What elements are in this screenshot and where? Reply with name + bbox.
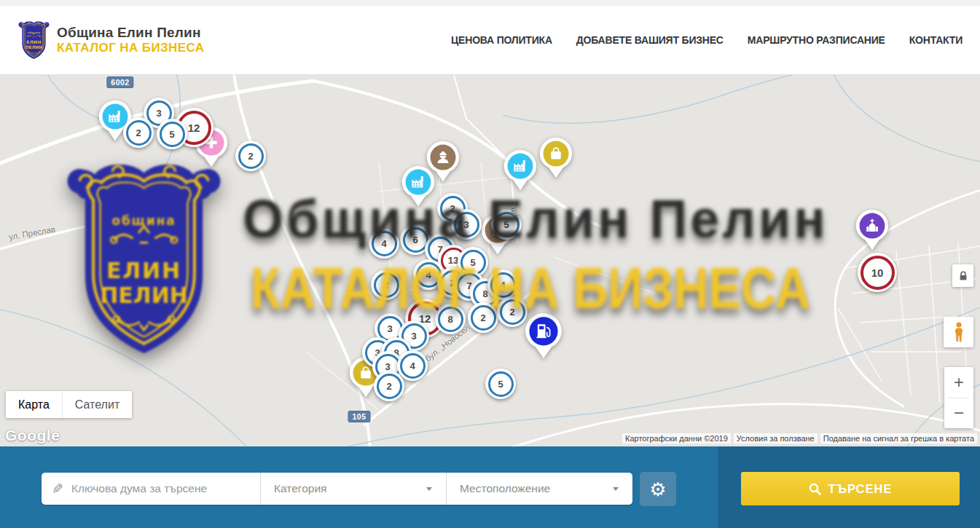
attribution-copyright: Картографски данни ©2019: [622, 433, 731, 444]
church-pin-marker[interactable]: [855, 209, 889, 251]
attribution-report-link[interactable]: Подаване на сигнал за грешка в картата: [820, 433, 977, 444]
pegman-icon: [951, 321, 967, 343]
nav-contacts[interactable]: КОНТАКТИ: [909, 34, 963, 46]
search-fields-group: ✎ Категория Местоположение: [42, 473, 632, 505]
zoom-control: + −: [944, 367, 973, 428]
category-select-label: Категория: [274, 482, 326, 495]
location-select[interactable]: Местоположение: [446, 473, 632, 505]
zoom-in-button[interactable]: +: [944, 367, 973, 398]
chevron-down-icon: [426, 487, 432, 491]
svg-text:ЕЛИН: ЕЛИН: [26, 39, 42, 44]
svg-text:ПЕЛИН: ПЕЛИН: [25, 44, 42, 50]
bag-pin-marker[interactable]: [539, 137, 573, 179]
cluster-marker[interactable]: 4: [397, 350, 428, 381]
cluster-marker[interactable]: 2: [371, 269, 401, 300]
cluster-marker[interactable]: 4: [369, 228, 399, 259]
cluster-marker[interactable]: 3: [451, 209, 482, 240]
cluster-marker[interactable]: 10: [858, 253, 897, 292]
cluster-marker[interactable]: 4: [487, 269, 518, 300]
search-submit-button[interactable]: ТЪРСЕНЕ: [741, 472, 960, 505]
site-header: община ЕЛИН ПЕЛИН Община Елин Пелин КАТА…: [0, 6, 980, 75]
map-type-map-button[interactable]: Карта: [6, 391, 62, 418]
map-attribution: Картографски данни ©2019 Условия за полз…: [622, 433, 977, 444]
main-nav: ЦЕНОВА ПОЛИТИКА ДОБАВЕТЕ ВАШИЯТ БИЗНЕС М…: [451, 34, 963, 46]
municipality-crest-logo: община ЕЛИН ПЕЛИН: [17, 20, 50, 61]
attribution-terms-link[interactable]: Условия за ползване: [734, 433, 818, 444]
cluster-marker[interactable]: 5: [485, 369, 516, 399]
road-number-badge: 6002: [107, 77, 133, 87]
keyword-field: ✎: [42, 473, 260, 505]
chevron-down-icon: [613, 487, 619, 491]
cluster-marker[interactable]: 2: [468, 302, 498, 333]
site-title: Община Елин Пелин: [57, 25, 204, 41]
lock-control[interactable]: [952, 264, 973, 287]
gear-icon: ⚙: [649, 480, 666, 499]
location-select-label: Местоположение: [460, 482, 550, 495]
category-select[interactable]: Категория: [260, 473, 446, 505]
keyword-search-input[interactable]: [70, 481, 251, 496]
google-map[interactable]: 3212522356471354227841282233383425106002…: [0, 75, 980, 446]
zoom-out-button[interactable]: −: [944, 398, 973, 429]
street-label: ул. Преслав: [8, 224, 56, 241]
fuel-pin-marker[interactable]: [525, 312, 562, 360]
google-logo[interactable]: Google: [5, 427, 60, 444]
nav-add-business[interactable]: ДОБАВЕТЕ ВАШИЯТ БИЗНЕС: [576, 34, 724, 46]
pencil-icon: ✎: [52, 482, 63, 496]
nav-route-schedule[interactable]: МАРШРУТНО РАЗПИСАНИЕ: [748, 34, 885, 46]
factory-pin-marker[interactable]: [503, 149, 537, 192]
search-icon: [809, 483, 821, 495]
cluster-marker[interactable]: 2: [123, 117, 154, 148]
street-label: ци: [510, 206, 520, 217]
road-number-badge: 105: [348, 411, 369, 422]
street-view-pegman[interactable]: [944, 317, 973, 347]
cluster-marker[interactable]: 2: [235, 141, 266, 171]
site-logo[interactable]: община ЕЛИН ПЕЛИН Община Елин Пелин КАТА…: [17, 20, 204, 61]
top-strip: [0, 0, 980, 6]
cluster-marker[interactable]: 2: [497, 296, 528, 327]
search-submit-label: ТЪРСЕНЕ: [828, 482, 893, 496]
marker-layer: 3212522356471354227841282233383425106002…: [0, 75, 980, 446]
cluster-marker[interactable]: 2: [374, 371, 404, 401]
lock-icon: [957, 270, 969, 282]
nav-pricing-policy[interactable]: ЦЕНОВА ПОЛИТИКА: [451, 34, 552, 46]
map-type-control: Карта Сателит: [6, 391, 132, 418]
factory-pin-marker[interactable]: [401, 165, 435, 208]
advanced-settings-button[interactable]: ⚙: [640, 472, 676, 506]
cluster-marker[interactable]: 5: [157, 119, 187, 149]
search-bar: ✎ Категория Местоположение ⚙ ТЪРСЕНЕ: [0, 446, 980, 528]
site-subtitle: КАТАЛОГ НА БИЗНЕСА: [57, 41, 204, 55]
map-type-satellite-button[interactable]: Сателит: [62, 391, 132, 418]
